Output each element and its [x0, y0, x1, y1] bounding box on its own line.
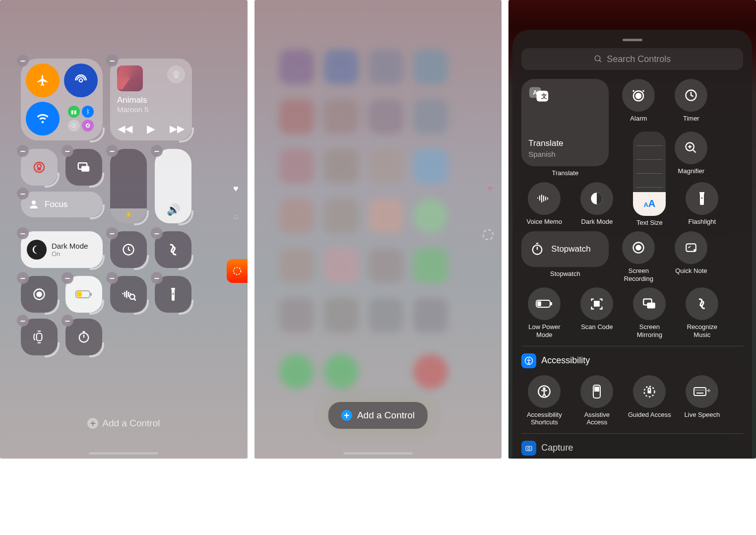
svg-point-57: [695, 390, 696, 391]
remove-icon[interactable]: [106, 227, 118, 239]
svg-rect-19: [37, 334, 42, 341]
cellular-icon: ▮▮: [68, 106, 80, 118]
screen-recording-control[interactable]: [622, 231, 655, 264]
assistive-access-control[interactable]: [580, 375, 613, 408]
orientation-lock-module[interactable]: [21, 149, 58, 186]
accessibility-section-header: Accessibility: [521, 353, 743, 368]
voice-memo-control[interactable]: [528, 182, 561, 215]
resize-handle[interactable]: [134, 300, 149, 315]
home-indicator[interactable]: [89, 452, 158, 455]
remove-icon[interactable]: [17, 272, 29, 284]
flashlight-label: Flashlight: [689, 218, 716, 226]
remove-icon[interactable]: [62, 145, 73, 157]
resize-handle[interactable]: [179, 210, 193, 225]
resize-handle[interactable]: [45, 300, 60, 315]
recognize-music-control[interactable]: [686, 287, 718, 320]
svg-point-18: [173, 293, 174, 295]
add-control-button[interactable]: + Add a Control: [328, 402, 428, 429]
search-input[interactable]: Search Controls: [521, 48, 743, 70]
remove-icon[interactable]: [17, 55, 29, 67]
remove-icon[interactable]: [151, 272, 163, 284]
remove-icon[interactable]: [151, 145, 163, 157]
brightness-slider[interactable]: ☀: [110, 149, 147, 223]
siri-indicator[interactable]: [227, 259, 248, 283]
svg-point-34: [636, 246, 641, 250]
screen-mirroring-label: Screen Mirroring: [627, 323, 672, 338]
wifi-toggle[interactable]: [26, 102, 60, 135]
assistive-access-label: Assistive Access: [574, 411, 620, 426]
bluetooth-icon: ᛒ: [82, 106, 94, 118]
resize-handle[interactable]: [89, 342, 104, 357]
resize-handle[interactable]: [179, 300, 193, 315]
screen-mirroring-control[interactable]: [633, 287, 666, 320]
timer-module[interactable]: [110, 231, 147, 268]
battery-module[interactable]: [65, 276, 102, 313]
watch-ping-icon: [33, 330, 46, 344]
flashlight-module[interactable]: [155, 276, 191, 313]
svg-point-27: [635, 93, 642, 99]
alarm-control[interactable]: [622, 79, 655, 112]
focus-module[interactable]: Focus: [21, 192, 103, 217]
connectivity-module[interactable]: ▮▮ ᛒ ⦾ ✿: [21, 59, 103, 140]
scan-code-control[interactable]: [580, 287, 613, 320]
stopwatch-title: Stopwatch: [551, 244, 590, 254]
magnifier-control[interactable]: [675, 132, 707, 164]
screen-recording-module[interactable]: [21, 276, 58, 313]
resize-handle[interactable]: [134, 210, 149, 225]
remove-icon[interactable]: [17, 145, 29, 157]
shazam-module[interactable]: [155, 231, 191, 268]
resize-handle[interactable]: [89, 300, 104, 315]
resize-handle[interactable]: [134, 255, 149, 270]
sheet-grabber[interactable]: [623, 39, 642, 41]
plus-icon: +: [341, 410, 352, 421]
resize-handle[interactable]: [179, 128, 194, 142]
accessibility-shortcuts-control[interactable]: [528, 375, 561, 408]
resize-handle[interactable]: [179, 255, 193, 270]
resize-handle[interactable]: [89, 173, 104, 188]
resize-handle[interactable]: [90, 128, 105, 142]
live-speech-control[interactable]: [686, 375, 718, 408]
remove-icon[interactable]: [151, 227, 163, 239]
svg-rect-39: [595, 302, 597, 304]
screen-mirroring-module[interactable]: [65, 149, 102, 186]
home-indicator[interactable]: [343, 452, 413, 455]
quick-note-control[interactable]: [675, 231, 707, 264]
stopwatch-module[interactable]: [65, 319, 102, 355]
translate-control[interactable]: A文 Translate Spanish: [521, 79, 609, 166]
timer-control[interactable]: [675, 79, 707, 112]
sound-recognition-module[interactable]: [110, 276, 147, 313]
now-playing-module[interactable]: Animals Maroon 5 ◀◀ ▶ ▶▶: [110, 59, 192, 140]
track-artist: Maroon 5: [117, 105, 148, 114]
capture-badge-icon: [521, 441, 536, 456]
play-button[interactable]: ▶: [147, 123, 155, 135]
rewind-button[interactable]: ◀◀: [118, 123, 132, 135]
resize-handle[interactable]: [45, 173, 60, 188]
airplane-mode-toggle[interactable]: [26, 64, 60, 97]
dark-mode-module[interactable]: Dark Mode On: [21, 231, 103, 268]
remove-icon[interactable]: [106, 55, 118, 67]
resize-handle[interactable]: [45, 342, 60, 357]
text-size-control[interactable]: AA: [633, 132, 666, 216]
resize-handle[interactable]: [90, 204, 105, 219]
dark-mode-control[interactable]: [580, 182, 613, 215]
add-control-button[interactable]: + Add a Control: [0, 418, 248, 429]
watch-module[interactable]: [21, 319, 58, 355]
remove-icon[interactable]: [17, 315, 29, 327]
remove-icon[interactable]: [106, 272, 118, 284]
airplay-button[interactable]: [167, 66, 185, 83]
volume-slider[interactable]: 🔊: [155, 149, 191, 223]
divider: [521, 346, 743, 346]
svg-rect-40: [598, 302, 600, 304]
airdrop-toggle[interactable]: [64, 64, 98, 97]
low-power-control[interactable]: [528, 287, 561, 320]
remove-icon[interactable]: [106, 145, 118, 157]
resize-handle[interactable]: [90, 255, 105, 270]
flashlight-control[interactable]: [686, 182, 718, 215]
remove-icon[interactable]: [62, 272, 73, 284]
svg-rect-63: [526, 446, 532, 451]
guided-access-control[interactable]: [633, 375, 666, 408]
remove-icon[interactable]: [17, 227, 29, 239]
stopwatch-control[interactable]: Stopwatch: [521, 231, 609, 267]
remove-icon[interactable]: [62, 315, 73, 327]
remove-icon[interactable]: [17, 188, 29, 200]
